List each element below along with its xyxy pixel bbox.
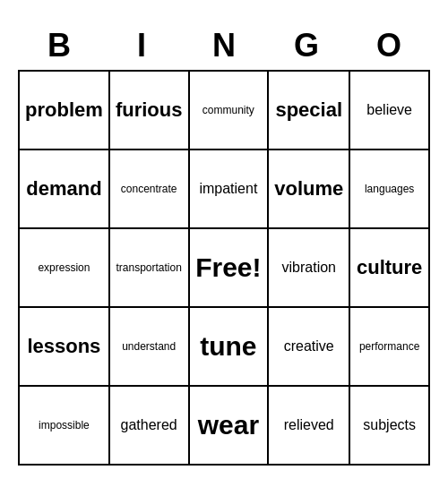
bingo-cell: impatient — [190, 150, 270, 229]
cell-text: transportation — [116, 261, 181, 274]
bingo-cell: impossible — [20, 387, 110, 466]
cell-text: Free! — [195, 252, 261, 284]
bingo-cell: relieved — [269, 387, 350, 466]
header-letter: B — [18, 21, 100, 70]
bingo-card: BINGO problemfuriouscommunityspecialbeli… — [18, 21, 430, 466]
cell-text: concentrate — [121, 183, 177, 195]
cell-text: impossible — [39, 419, 90, 431]
cell-text: impatient — [199, 180, 257, 197]
cell-text: furious — [116, 98, 183, 122]
header-letter: O — [348, 21, 430, 70]
bingo-grid: problemfuriouscommunityspecialbelievedem… — [18, 70, 430, 466]
cell-text: problem — [25, 98, 103, 122]
bingo-cell: culture — [350, 229, 430, 308]
bingo-cell: problem — [20, 72, 110, 150]
header-letter: G — [265, 21, 348, 70]
bingo-cell: languages — [350, 150, 430, 229]
cell-text: special — [275, 98, 342, 122]
bingo-cell: volume — [269, 150, 350, 229]
bingo-cell: community — [190, 72, 270, 150]
bingo-cell: transportation — [110, 229, 190, 308]
bingo-cell: expression — [20, 229, 110, 308]
cell-text: performance — [359, 340, 419, 353]
cell-text: volume — [274, 177, 343, 201]
bingo-cell: special — [269, 72, 350, 150]
cell-text: understand — [122, 340, 176, 353]
cell-text: believe — [366, 101, 412, 118]
bingo-cell: believe — [350, 72, 430, 150]
bingo-cell: furious — [110, 72, 190, 150]
cell-text: vibration — [282, 259, 336, 276]
bingo-cell: lessons — [20, 308, 110, 387]
bingo-cell: subjects — [350, 387, 430, 466]
cell-text: wear — [198, 409, 259, 441]
cell-text: culture — [357, 256, 422, 279]
header-letter: N — [183, 21, 265, 70]
header-letter: I — [100, 21, 183, 70]
bingo-cell: Free! — [190, 229, 270, 308]
cell-text: subjects — [363, 416, 416, 433]
bingo-cell: creative — [269, 308, 350, 387]
bingo-cell: wear — [190, 387, 270, 466]
bingo-cell: concentrate — [110, 150, 190, 229]
cell-text: lessons — [27, 335, 100, 358]
bingo-cell: understand — [110, 308, 190, 387]
cell-text: gathered — [121, 416, 177, 433]
cell-text: expression — [38, 261, 90, 274]
cell-text: creative — [284, 337, 334, 355]
bingo-header: BINGO — [18, 21, 430, 70]
cell-text: languages — [365, 183, 414, 195]
cell-text: tune — [200, 330, 256, 363]
bingo-cell: gathered — [110, 387, 190, 466]
cell-text: demand — [26, 177, 101, 201]
bingo-cell: demand — [20, 150, 110, 229]
cell-text: community — [202, 104, 254, 116]
bingo-cell: performance — [350, 308, 430, 387]
cell-text: relieved — [284, 416, 334, 433]
bingo-cell: tune — [190, 308, 270, 387]
bingo-cell: vibration — [269, 229, 350, 308]
